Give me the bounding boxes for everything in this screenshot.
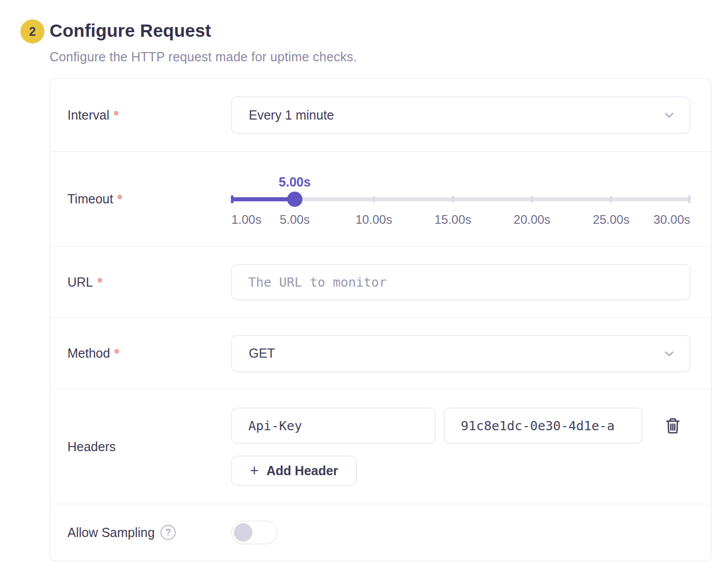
trash-icon: [664, 416, 682, 435]
method-selected-value: GET: [249, 346, 275, 361]
url-label-text: URL: [67, 275, 93, 290]
slider-fill: [231, 197, 295, 201]
slider-min-endcap: [231, 195, 233, 203]
headers-row: Headers: [50, 389, 711, 504]
url-input[interactable]: [231, 264, 690, 300]
timeout-row: Timeout 5.00s 1.00s5.00s10.00s15.00s20.0…: [50, 151, 711, 246]
slider-tick-label: 5.00s: [280, 213, 310, 227]
slider-value-label: 5.00s: [279, 175, 311, 190]
slider-tickmark: [610, 196, 612, 203]
slider-tick-label: 15.00s: [434, 213, 471, 227]
url-row: URL: [50, 246, 711, 317]
configure-request-card: Interval Every 1 minute Timeout 5.00s: [50, 78, 712, 561]
slider-handle[interactable]: [287, 192, 302, 207]
header-entry-row: [231, 408, 690, 444]
interval-label-text: Interval: [67, 108, 109, 123]
headers-label: Headers: [50, 439, 231, 454]
method-label-text: Method: [67, 346, 110, 361]
add-header-button-label: Add Header: [267, 463, 338, 478]
required-dot: [98, 278, 102, 283]
slider-max-endcap: [688, 195, 691, 203]
method-label: Method: [50, 346, 231, 361]
page-title: Configure Request: [50, 20, 211, 41]
method-row: Method GET: [50, 317, 711, 389]
slider-tickmark: [531, 196, 533, 203]
timeout-label-text: Timeout: [67, 192, 113, 206]
required-dot: [118, 195, 122, 199]
allow-sampling-label: Allow Sampling ?: [50, 525, 231, 540]
interval-row: Interval Every 1 minute: [50, 79, 711, 151]
allow-sampling-toggle[interactable]: [231, 521, 277, 544]
delete-header-button[interactable]: [663, 415, 683, 436]
url-label: URL: [50, 275, 231, 290]
slider-tick-label: 30.00s: [653, 213, 690, 227]
slider-tick-label: 1.00s: [231, 213, 262, 227]
chevron-down-icon: [663, 347, 675, 360]
headers-label-text: Headers: [67, 439, 116, 454]
header-value-input[interactable]: [444, 408, 642, 444]
toggle-knob: [234, 523, 252, 542]
slider-tick-label: 25.00s: [593, 213, 629, 227]
allow-sampling-label-text: Allow Sampling: [67, 525, 155, 540]
header-key-input[interactable]: [231, 408, 435, 444]
method-select[interactable]: GET: [231, 335, 690, 372]
add-header-button[interactable]: + Add Header: [231, 456, 357, 485]
allow-sampling-row: Allow Sampling ?: [50, 504, 711, 561]
slider-tick-label: 20.00s: [513, 213, 550, 227]
slider-tick-label: 10.00s: [356, 213, 392, 227]
slider-tick-labels: 1.00s5.00s10.00s15.00s20.00s25.00s30.00s: [231, 213, 690, 226]
slider-tickmark: [373, 196, 374, 203]
plus-icon: +: [250, 463, 259, 478]
step-number-badge: 2: [20, 19, 44, 43]
page-subtitle: Configure the HTTP request made for upti…: [50, 50, 357, 64]
timeout-slider[interactable]: 5.00s 1.00s5.00s10.00s15.00s20.00s25.00s…: [231, 175, 690, 226]
timeout-label: Timeout: [50, 192, 231, 206]
help-question-icon[interactable]: ?: [160, 525, 176, 540]
required-dot: [114, 349, 119, 354]
required-dot: [114, 111, 119, 115]
interval-label: Interval: [50, 108, 231, 123]
interval-selected-value: Every 1 minute: [249, 108, 334, 123]
slider-tickmark: [452, 196, 454, 203]
interval-select[interactable]: Every 1 minute: [231, 97, 690, 133]
chevron-down-icon: [663, 109, 675, 121]
